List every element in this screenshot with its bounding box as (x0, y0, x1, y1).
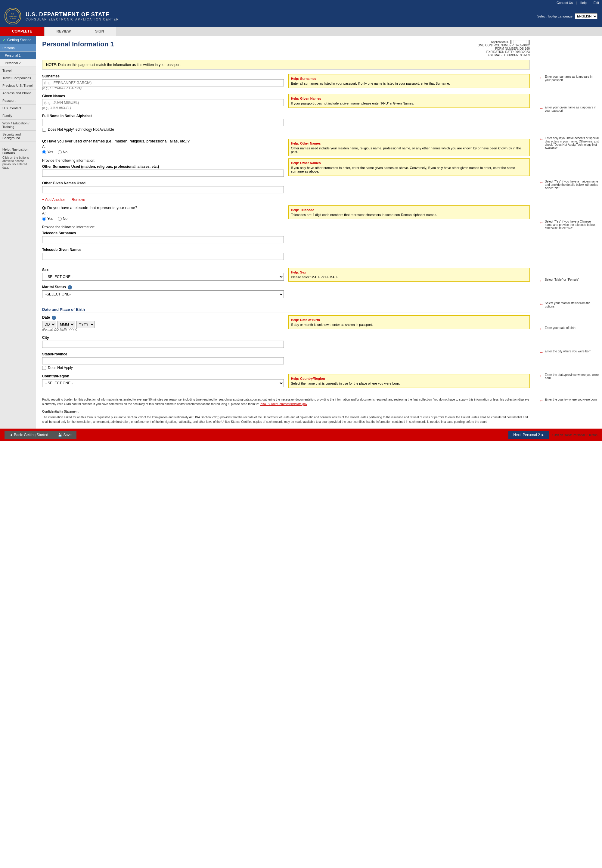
language-label: Select Tooltip Language (537, 14, 573, 18)
sidebar-item-travel[interactable]: Travel (0, 67, 36, 74)
given-names-input[interactable] (42, 99, 284, 106)
sidebar: ✓ Getting Started Personal Personal 1 Pe… (0, 36, 36, 429)
sidebar-item-security[interactable]: Security and Background (0, 131, 36, 142)
surnames-input[interactable] (42, 79, 284, 86)
remove-link[interactable]: - Remove (69, 198, 85, 202)
sidebar-help-title: Help: Navigation Buttons (2, 148, 34, 155)
right-annotations: ← Enter your surname as it appears in yo… (536, 36, 602, 429)
contact-us-link[interactable]: Contact Us (557, 1, 573, 5)
dob-format-text: (Format: DD-MMM-YYYY) (42, 328, 284, 331)
surnames-placeholder-text: (e.g., FERNANDEZ GARCIA) (42, 86, 284, 90)
tab-sign[interactable]: SIGN (83, 27, 116, 36)
city-input[interactable] (42, 341, 284, 348)
telecode-provide-label: Provide the following information: (42, 225, 284, 229)
marital-info-icon[interactable]: i (68, 285, 72, 289)
getting-started-check: ✓ (2, 38, 6, 43)
other-names-question: Have you ever used other names (i.e., ma… (47, 139, 190, 143)
given-names-help: Help: Given Names If your passport does … (288, 94, 530, 108)
other-surnames-input[interactable] (42, 169, 284, 177)
other-names-no-label[interactable]: No (58, 150, 68, 154)
telecode-given-input[interactable] (42, 253, 284, 260)
sidebar-item-family[interactable]: Family (0, 112, 36, 120)
other-names-help2: Help: Other Names If you only have other… (288, 159, 530, 176)
dept-seal: U.S. DEPARTMENT OF STATE (5, 8, 21, 25)
legal-text: Public reporting burden for this collect… (42, 397, 530, 424)
sidebar-item-work-education[interactable]: Work / Education / Training (0, 120, 36, 131)
state-does-not-apply-label: Does Not Apply (48, 366, 73, 370)
svg-text:OF STATE: OF STATE (10, 17, 16, 19)
tab-complete[interactable]: COMPLETE (0, 27, 45, 36)
other-names-no-radio[interactable] (58, 150, 62, 154)
given-names-placeholder-text: (e.g., JUAN MIGUEL) (42, 106, 284, 109)
other-given-input[interactable] (42, 186, 284, 193)
sidebar-item-personal1[interactable]: Personal 1 (0, 52, 36, 59)
sidebar-getting-started[interactable]: Getting Started (7, 38, 32, 42)
dob-label: Date i (42, 315, 284, 320)
sidebar-item-personal[interactable]: Personal (0, 44, 36, 52)
header-title: U.S. DEPARTMENT OF STATE CONSULAR ELECTR… (26, 11, 119, 21)
nav-tabs: COMPLETE REVIEW SIGN (0, 27, 602, 36)
sidebar-item-previous-us-travel[interactable]: Previous U.S. Travel (0, 82, 36, 89)
other-surnames-label: Other Surnames Used (maiden, religious, … (42, 165, 284, 169)
note-box: NOTE: Data on this page must match the i… (42, 60, 530, 69)
native-alphabet-label: Full Name in Native Alphabet (42, 114, 284, 118)
sidebar-item-travel-companions[interactable]: Travel Companions (0, 74, 36, 82)
given-names-label: Given Names (42, 94, 284, 98)
country-select[interactable]: - SELECT ONE - (42, 379, 284, 387)
telecode-surnames-input[interactable] (42, 236, 284, 243)
other-names-yes-radio[interactable] (42, 150, 46, 154)
native-alphabet-checkbox-label: Does Not Apply/Technology Not Available (48, 128, 114, 132)
dob-help: Help: Date of Birth If day or month is u… (288, 315, 530, 329)
sidebar-item-personal2[interactable]: Personal 2 (0, 59, 36, 67)
telecode-no-label[interactable]: No (58, 217, 68, 221)
language-select[interactable]: ENGLISH (575, 13, 597, 19)
telecode-yes-radio[interactable] (42, 217, 46, 221)
country-help: Help: Country/Region Select the name tha… (288, 374, 530, 388)
svg-text:U.S.: U.S. (11, 13, 14, 15)
add-another-link[interactable]: + Add Another (42, 198, 65, 202)
other-given-label: Other Given Names Used (42, 181, 284, 185)
telecode-given-label: Telecode Given Names (42, 248, 284, 252)
sex-help: Help: Sex Please select MALE or FEMALE (288, 268, 530, 282)
sidebar-item-passport[interactable]: Passport (0, 97, 36, 105)
sex-select[interactable]: - SELECT ONE - MALE FEMALE (42, 273, 284, 281)
help-link[interactable]: Help (580, 1, 587, 5)
sidebar-item-address-phone[interactable]: Address and Phone (0, 89, 36, 97)
state-label: State/Province (42, 352, 284, 356)
dob-day-select[interactable]: DD (42, 321, 56, 328)
dob-info-icon[interactable]: i (52, 315, 56, 320)
svg-text:DEPARTMENT: DEPARTMENT (9, 15, 17, 17)
marital-select[interactable]: -SELECT ONE- SINGLE MARRIED DIVORCED WID… (42, 290, 284, 298)
telecode-surnames-label: Telecode Surnames (42, 231, 284, 235)
exit-link[interactable]: Exit (594, 1, 599, 5)
other-names-help: Help: Other Names Other names used inclu… (288, 139, 530, 156)
page-title: Personal Information 1 (42, 40, 114, 50)
footer-bar: ◄ Back: Getting Started 💾 Save Next: Per… (0, 429, 602, 441)
back-button[interactable]: ◄ Back: Getting Started (5, 431, 53, 439)
telecode-no-radio[interactable] (58, 217, 62, 221)
sex-label: Sex (42, 268, 284, 272)
dob-section-header: Date and Place of Birth (42, 307, 530, 313)
dob-month-select[interactable]: MMM (57, 321, 75, 328)
city-label: City (42, 336, 284, 340)
provide-info-label: Provide the following information: (42, 159, 284, 163)
telecode-question: Do you have a telecode that represents y… (47, 205, 137, 210)
next-annotation: Click on "Next: Personal 2" button (552, 433, 597, 437)
surnames-label: Surnames (42, 74, 284, 78)
other-names-yes-label[interactable]: Yes (42, 150, 53, 154)
sidebar-help-text: Click on the buttons above to access pre… (2, 156, 34, 169)
native-alphabet-checkbox[interactable] (42, 128, 46, 132)
dob-year-select[interactable]: YYYY (77, 321, 95, 328)
other-names-q-label: Q: (42, 139, 47, 143)
save-button[interactable]: 💾 Save (53, 431, 77, 439)
state-does-not-apply-checkbox[interactable] (42, 366, 46, 370)
state-input[interactable] (42, 357, 284, 365)
tab-review[interactable]: REVIEW (45, 27, 83, 36)
telecode-help: Help: Telecode Telecodes are 4 digit cod… (288, 205, 530, 219)
telecode-yes-label[interactable]: Yes (42, 217, 53, 221)
content-area: Personal Information 1 Application ID ██… (36, 36, 536, 429)
burden-email-link[interactable]: PRA_BurdenComments@state.gov (260, 402, 307, 406)
native-alphabet-input[interactable] (42, 119, 284, 126)
sidebar-item-us-contact[interactable]: U.S. Contact (0, 105, 36, 112)
next-button[interactable]: Next: Personal 2 ► (508, 431, 549, 439)
